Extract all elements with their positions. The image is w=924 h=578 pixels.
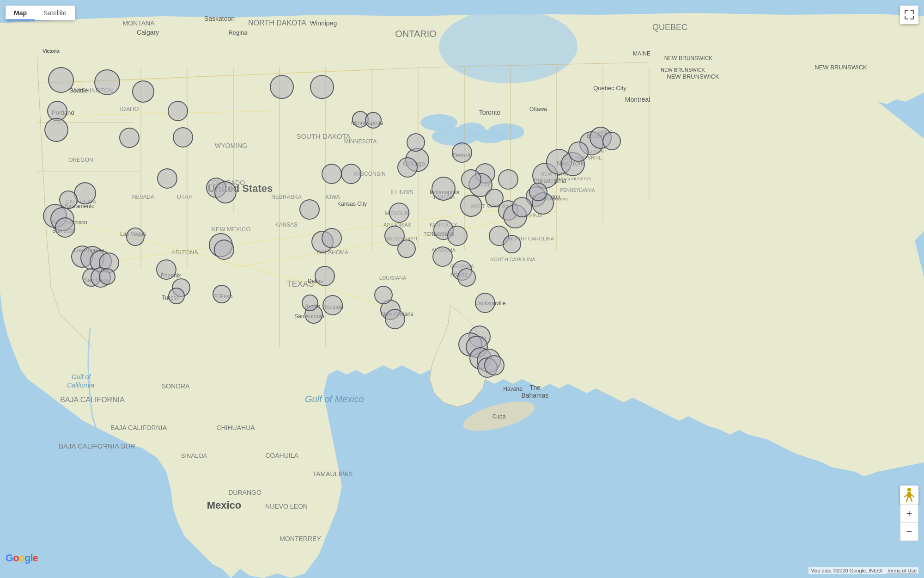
svg-text:New York: New York [557,160,584,167]
svg-text:WEST VIRGINIA: WEST VIRGINIA [471,203,510,209]
svg-point-6 [487,123,524,140]
pegman-button[interactable] [900,486,918,504]
svg-point-4 [420,114,457,131]
fullscreen-icon [905,10,914,19]
svg-text:San Antonio: San Antonio [294,313,324,320]
svg-text:SOUTH CAROLINA: SOUTH CAROLINA [490,257,535,262]
svg-text:El Paso: El Paso [213,293,233,300]
svg-line-154 [911,498,912,502]
svg-text:Havana: Havana [503,386,523,392]
svg-text:BAJA CALIFORNIA: BAJA CALIFORNIA [60,396,125,404]
svg-point-149 [907,488,911,492]
svg-text:KANSAS: KANSAS [275,221,298,228]
svg-text:ALABAMA: ALABAMA [432,247,456,253]
svg-text:PENNSYLVANIA: PENNSYLVANIA [560,188,595,193]
svg-text:SOUTH DAKOTA: SOUTH DAKOTA [296,132,350,140]
svg-text:Winnipeg: Winnipeg [310,19,337,27]
svg-text:Los Angeles: Los Angeles [74,247,104,253]
satellite-button[interactable]: Satellite [35,6,75,20]
svg-text:Gulf of: Gulf of [72,373,91,381]
svg-text:Chicago: Chicago [403,160,425,167]
svg-text:WISCONSIN: WISCONSIN [353,171,385,177]
svg-text:ILLINOIS: ILLINOIS [390,189,413,196]
svg-text:Calgary: Calgary [137,29,159,36]
google-logo: Google [6,552,38,564]
svg-text:IDAHO: IDAHO [120,105,139,112]
svg-text:MONTERREY: MONTERREY [280,535,321,542]
svg-text:Atlanta: Atlanta [450,271,468,278]
svg-text:San Jose: San Jose [52,228,75,234]
svg-text:Kansas City: Kansas City [337,201,367,207]
svg-text:Regina: Regina [228,29,248,36]
svg-text:Mexico: Mexico [207,499,242,511]
svg-text:VERMONT: VERMONT [586,149,607,154]
zoom-controls[interactable]: + − [900,504,918,541]
svg-text:California: California [67,381,94,389]
svg-text:SONORA: SONORA [162,382,190,390]
zoom-out-button[interactable]: − [900,523,918,541]
svg-text:WYOMING: WYOMING [215,142,247,149]
svg-text:NEBRASKA: NEBRASKA [271,194,301,200]
svg-text:MONTANA: MONTANA [123,19,155,27]
svg-text:Houston: Houston [322,304,343,310]
svg-line-153 [906,498,908,502]
svg-text:Montreal: Montreal [625,96,650,103]
svg-text:Jacksonville: Jacksonville [476,300,506,307]
svg-text:Gulf of Mexico: Gulf of Mexico [305,394,364,404]
svg-text:COAHUILA: COAHUILA [265,452,298,459]
map-attribution: Map data ©2020 Google, INEGI Terms of Us… [808,567,918,574]
svg-text:NORTH CAROLINA: NORTH CAROLINA [509,236,554,241]
svg-text:Minneapolis: Minneapolis [351,119,383,126]
svg-text:NORTH DAKOTA: NORTH DAKOTA [248,19,306,27]
svg-text:NEW BRUNSWICK: NEW BRUNSWICK [661,67,705,73]
svg-text:MAINE: MAINE [633,50,650,57]
svg-text:The: The [529,384,541,391]
svg-text:GEORGIA: GEORGIA [450,264,474,269]
svg-text:Boston: Boston [587,133,604,139]
svg-text:Washington: Washington [531,194,560,200]
svg-text:Bahamas: Bahamas [521,392,548,399]
pegman-icon [904,487,915,502]
svg-text:NUEVO LEON: NUEVO LEON [265,503,308,510]
svg-text:QUEBEC: QUEBEC [652,23,687,32]
svg-text:NEW YORK: NEW YORK [541,171,568,177]
svg-text:MISSOURI: MISSOURI [385,210,410,216]
fullscreen-button[interactable] [900,6,918,24]
svg-line-152 [911,495,914,497]
svg-text:NEW BRUNSWICK: NEW BRUNSWICK [815,64,867,71]
svg-text:Phoenix: Phoenix [161,272,181,279]
svg-text:COLORADO: COLORADO [208,179,245,186]
svg-text:SINALOA: SINALOA [181,452,207,459]
svg-text:New Orleans: New Orleans [381,311,413,317]
terms-link[interactable]: Terms of Use [887,568,917,573]
svg-text:Sacramento: Sacramento [65,203,95,209]
svg-text:San Francisco: San Francisco [52,219,87,226]
svg-text:Quebec City: Quebec City [593,85,626,92]
svg-text:Tucson: Tucson [162,295,180,301]
attribution-text: Map data ©2020 Google, INEGI [810,568,882,573]
svg-text:Toronto: Toronto [479,109,501,116]
svg-text:NEW BRUNSWICK: NEW BRUNSWICK [664,55,713,61]
zoom-in-button[interactable]: + [900,504,918,523]
svg-text:IOWA: IOWA [325,194,340,200]
svg-text:NEW BRUNSWICK: NEW BRUNSWICK [667,73,719,80]
svg-text:OREGON: OREGON [68,157,93,163]
svg-text:BAJA CALIFORNIA: BAJA CALIFORNIA [110,424,167,431]
svg-text:Seattle: Seattle [69,87,88,94]
svg-text:DURANGO: DURANGO [228,489,261,496]
svg-text:UTAH: UTAH [177,193,193,200]
svg-text:Austin: Austin [305,303,320,310]
svg-text:OHIO: OHIO [478,182,492,189]
svg-text:Cuba: Cuba [492,413,506,420]
svg-text:Portland: Portland [52,109,74,116]
svg-text:LOUISIANA: LOUISIANA [379,275,407,281]
svg-text:CHIHUAHUA: CHIHUAHUA [216,424,255,431]
svg-text:Philadelphia: Philadelphia [534,177,567,184]
svg-text:MINNESOTA: MINNESOTA [344,138,377,145]
svg-line-151 [905,495,907,497]
svg-text:Victoria: Victoria [43,48,60,54]
map-type-control[interactable]: Map Satellite [6,6,75,20]
svg-text:NEW MEXICO: NEW MEXICO [211,226,250,233]
map-button[interactable]: Map [6,6,35,20]
svg-text:Saskatoon: Saskatoon [204,15,235,22]
